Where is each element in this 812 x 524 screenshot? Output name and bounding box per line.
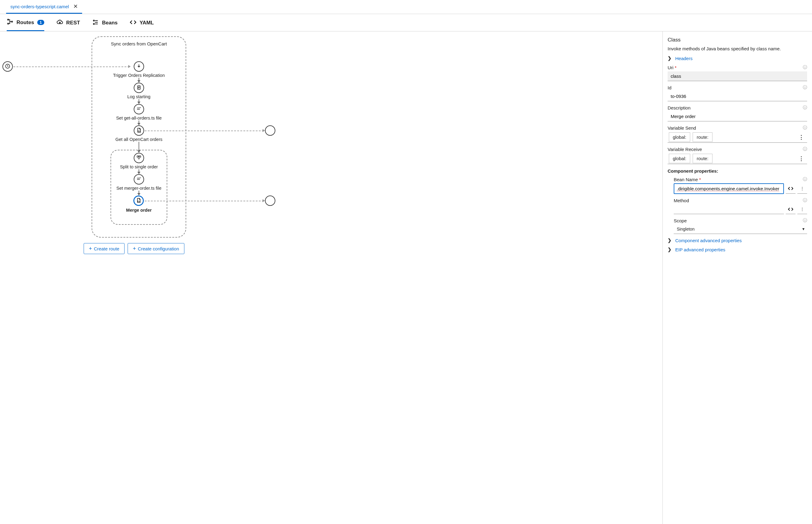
panel-description: Invoke methods of Java beans specified b… [668,46,807,51]
help-icon[interactable]: ⓘ [803,198,807,203]
step-split[interactable] [134,153,144,163]
help-icon[interactable]: ⓘ [803,125,807,131]
bean-name-input[interactable] [674,183,784,194]
tab-yaml[interactable]: YAML [130,18,154,31]
tool-tabs: Routes 1 REST Beans YAML [0,14,812,31]
required-marker: * [675,65,676,70]
tab-label: Routes [16,19,34,26]
chip-global[interactable]: global: [669,154,690,163]
step-trigger[interactable] [134,61,144,72]
expander-label: Component advanced properties [675,238,742,243]
component-advanced-expander[interactable]: ❯ Component advanced properties [668,238,807,243]
chip-route[interactable]: route: [692,154,712,163]
external-node[interactable] [265,196,275,206]
file-tab[interactable]: sync-orders-typescript.camel ✕ [6,0,82,14]
expander-label: Headers [675,56,692,61]
svg-point-2 [12,21,13,22]
field-variable-receive: Variable Receive ⓘ global: route: ⋮ [668,146,807,164]
help-icon[interactable]: ⓘ [803,85,807,90]
step-getall[interactable] [134,125,144,136]
field-label: Variable Send [668,125,696,131]
file-code-icon [136,128,142,134]
close-icon[interactable]: ✕ [73,3,78,10]
external-node[interactable] [265,125,275,136]
eip-advanced-expander[interactable]: ❯ EIP advanced properties [668,247,807,252]
beans-icon [92,19,99,27]
variable-send-input[interactable]: global: route: ⋮ [668,132,807,143]
uri-input[interactable] [668,71,807,81]
timer-node[interactable] [2,61,13,72]
routes-badge: 1 [37,20,44,25]
file-tab-label: sync-orders-typescript.camel [10,4,69,9]
create-route-button[interactable]: + Create route [84,243,125,254]
download-icon [136,63,142,70]
split-icon [136,155,142,161]
svg-point-4 [93,20,95,21]
select-value: Singleton [677,227,695,231]
route-canvas[interactable]: Sync orders from OpenCart Trigger Orders… [0,31,663,524]
kebab-icon[interactable]: ⋮ [796,153,807,164]
field-uri: Uri * ⓘ [668,65,807,81]
kebab-icon[interactable]: ⋮ [797,204,807,214]
step-label: Split to single order [99,164,179,169]
tab-rest[interactable]: REST [57,18,80,31]
component-properties-label: Component properties: [668,168,807,174]
help-icon[interactable]: ⓘ [803,105,807,110]
step-set-getall[interactable] [134,104,144,114]
step-label: Merge order [99,208,179,213]
tab-label: YAML [140,20,154,26]
connector [145,131,264,131]
canvas-buttons: + Create route + Create configuration [84,243,185,254]
arrow-icon [262,129,265,132]
method-input[interactable] [674,204,784,214]
chip-route[interactable]: route: [692,132,712,142]
tab-label: Beans [102,20,117,26]
field-label: Bean Name * [674,177,701,182]
svg-point-0 [7,19,9,20]
help-icon[interactable]: ⓘ [803,177,807,182]
panel-title: Class [668,37,807,43]
arrow-icon [137,80,140,83]
expander-label: EIP advanced properties [675,247,725,252]
code-icon[interactable] [786,184,796,194]
button-label: Create route [94,246,120,251]
help-icon[interactable]: ⓘ [803,218,807,223]
kebab-icon[interactable]: ⋮ [796,132,807,143]
routes-icon [7,18,13,27]
chip-global[interactable]: global: [669,132,690,142]
create-configuration-button[interactable]: + Create configuration [128,243,185,254]
arrow-icon [262,199,265,202]
connector [145,201,264,201]
help-icon[interactable]: ⓘ [803,65,807,70]
file-tab-strip: sync-orders-typescript.camel ✕ [0,0,812,14]
id-input[interactable] [668,92,807,101]
field-label: Variable Receive [668,147,702,152]
svg-point-5 [93,23,95,24]
variable-receive-input[interactable]: global: route: ⋮ [668,153,807,164]
code-icon[interactable] [786,204,796,214]
field-id: Id ⓘ [668,85,807,101]
kebab-icon[interactable]: ⋮ [797,184,807,194]
set-header-icon [136,106,142,113]
field-label: Method [674,198,689,203]
arrow-icon [137,193,140,196]
tab-routes[interactable]: Routes 1 [7,18,44,31]
file-code-icon [136,198,141,204]
field-label: Description [668,105,690,110]
step-set-merger[interactable] [134,174,144,184]
properties-panel: Class Invoke methods of Java beans speci… [663,31,812,524]
tab-label: REST [66,20,80,26]
step-merge[interactable] [133,196,144,206]
button-label: Create configuration [138,246,179,251]
tab-beans[interactable]: Beans [92,18,117,31]
help-icon[interactable]: ⓘ [803,146,807,152]
field-method: Method ⓘ ⋮ [674,198,807,214]
field-bean-name: Bean Name * ⓘ ⋮ [674,177,807,194]
arrow-icon [137,172,140,174]
description-input[interactable] [668,112,807,121]
svg-rect-8 [137,156,139,158]
scope-select[interactable]: Singleton ▼ [674,225,807,234]
svg-point-3 [59,22,61,23]
step-log[interactable] [134,83,144,93]
headers-expander[interactable]: ❯ Headers [668,55,807,61]
